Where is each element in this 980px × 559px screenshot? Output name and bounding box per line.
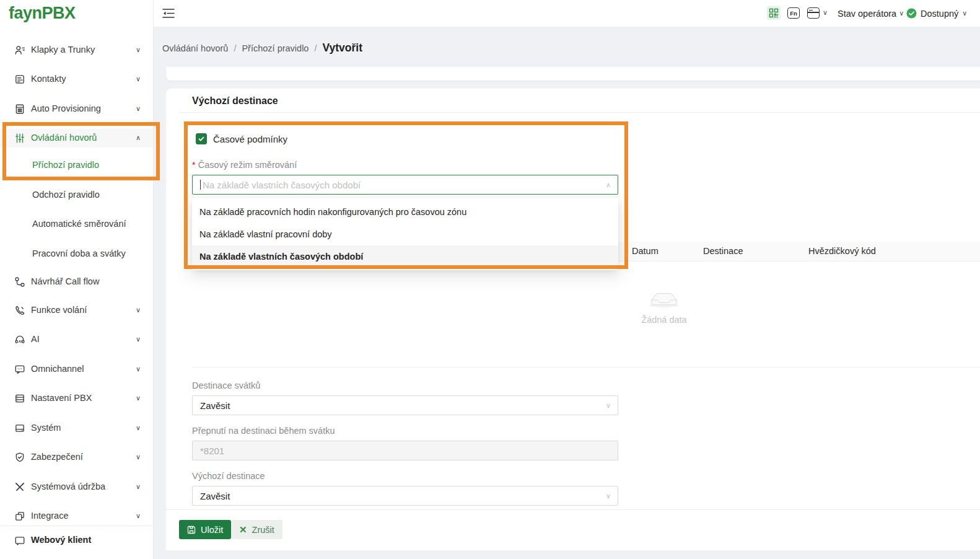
breadcrumb-item[interactable]: Příchozí pravidlo [242, 43, 308, 53]
sidebar-item-navrhar-call-flow[interactable]: Návrhář Call flow [0, 273, 153, 291]
routing-mode-dropdown: Na základě pracovních hodin nakonfigurov… [192, 198, 618, 270]
sidebar-item-systemova-udrzba[interactable]: Systémová údržba [0, 478, 153, 496]
holiday-destination-select[interactable]: Zavěsit [192, 395, 618, 415]
ai-icon: AI [14, 334, 25, 345]
chevron-down-icon [136, 453, 141, 461]
call-control-icon [14, 133, 25, 144]
time-conditions-label[interactable]: Časové podmínky [213, 134, 287, 144]
time-conditions-checkbox[interactable] [196, 133, 207, 144]
security-shield-icon [14, 452, 25, 463]
sidebar-divider [0, 526, 153, 526]
routing-mode-select[interactable]: Na základě vlastních časových období [192, 175, 618, 195]
save-button-label: Uložit [201, 525, 223, 535]
integrations-icon [14, 511, 25, 522]
holiday-switch-input[interactable]: *8201 [192, 441, 618, 460]
chevron-down-icon [136, 306, 141, 314]
sidebar-item-system[interactable]: Systém [0, 419, 153, 438]
column-header-datum: Datum [632, 242, 658, 261]
sidebar-item-auto-provisioning[interactable]: Auto Provisioning [0, 100, 153, 118]
sidebar-item-label: Auto Provisioning [31, 103, 101, 113]
dropdown-option-selected[interactable]: Na základě vlastních časových období [192, 245, 618, 268]
sidebar-item-automaticke-smerovani[interactable]: Automatické směrování [0, 215, 153, 234]
required-mark: * [192, 160, 196, 170]
sidebar-item-label: Ovládání hovorů [31, 133, 97, 143]
column-header-hvezdickovy-kod: Hvězdičkový kód [808, 242, 876, 261]
extensions-icon [14, 45, 25, 56]
sidebar-item-prichozi-pravidlo[interactable]: Příchozí pravidlo [0, 156, 153, 175]
chevron-up-icon [606, 181, 611, 189]
sidebar-item-webovy-klient[interactable]: Webový klient [0, 531, 153, 550]
chevron-down-icon [136, 424, 141, 432]
time-conditions-row: Časové podmínky [196, 133, 287, 144]
save-icon [187, 526, 196, 534]
breadcrumb-item[interactable]: Ovládání hovorů [162, 43, 228, 53]
default-destination-select[interactable]: Zavěsit [192, 486, 618, 506]
page-title: Vytvořit [322, 42, 362, 55]
phone-icon [14, 305, 25, 316]
chevron-down-icon [136, 46, 141, 54]
sidebar-item-kontakty[interactable]: Kontakty [0, 70, 153, 89]
form-footer-bar: Uložit ✕ Zrušit [166, 509, 980, 550]
sidebar-item-label: Nastavení PBX [31, 393, 92, 403]
form-card [166, 89, 980, 550]
sidebar-item-label: Zabezpečení [31, 452, 83, 462]
sidebar-item-omnichannel[interactable]: Omnichannel [0, 360, 153, 379]
sidebar-item-klapky-a-trunky[interactable]: Klapky a Trunky [0, 41, 153, 59]
dropdown-option[interactable]: Na základě pracovních hodin nakonfigurov… [192, 201, 618, 223]
sidebar-item-pracovni-doba-a-svatky[interactable]: Pracovní doba a svátky [0, 245, 153, 263]
chevron-up-icon [136, 134, 141, 142]
chevron-down-icon [962, 9, 967, 17]
sidebar-item-label: Systém [31, 423, 61, 433]
sidebar-item-label: Příchozí pravidlo [32, 160, 99, 170]
sidebar-item-label: Integrace [31, 511, 68, 521]
sidebar-item-zabezpeceni[interactable]: Zabezpečení [0, 448, 153, 467]
operator-status-menu[interactable]: Stav operátora [838, 0, 904, 27]
save-button[interactable]: Uložit [179, 520, 231, 539]
sidebar: faynPBX Klapky a Trunky Kontakty Auto Pr… [0, 0, 154, 559]
operator-menu-label: Stav operátora [838, 9, 896, 19]
fn-label: Fn [790, 10, 797, 17]
fn-keys-button[interactable]: Fn [787, 7, 800, 19]
availability-menu[interactable]: Dostupný [906, 0, 967, 27]
chevron-down-icon [136, 483, 141, 491]
close-icon: ✕ [239, 524, 247, 535]
table-bottom-border [192, 367, 980, 368]
sidebar-item-label: Automatické směrování [32, 219, 126, 229]
sidebar-collapse-icon[interactable] [162, 8, 175, 19]
sidebar-item-ai[interactable]: AI AI [0, 330, 153, 349]
holiday-destination-label: Destinace svátků [192, 381, 260, 390]
app-logo[interactable]: faynPBX [9, 4, 76, 23]
sidebar-item-label: Návrhář Call flow [31, 276, 99, 286]
text-cursor [200, 180, 201, 190]
sidebar-item-label: Omnichannel [31, 364, 84, 374]
chevron-down-icon [136, 394, 141, 402]
chevron-down-icon[interactable] [823, 9, 828, 17]
previous-card-bottom [166, 67, 980, 81]
chevron-down-icon [136, 512, 141, 520]
sidebar-item-odchozi-pravidlo[interactable]: Odchozí pravidlo [0, 186, 153, 205]
availability-label: Dostupný [921, 9, 958, 19]
cancel-button[interactable]: ✕ Zrušit [231, 520, 282, 539]
chevron-down-icon [136, 365, 141, 373]
sidebar-item-label: Kontakty [31, 74, 66, 84]
chevron-down-icon [136, 75, 141, 83]
qr-code-button[interactable] [767, 6, 781, 20]
section-title: Výchozí destinace [192, 95, 278, 107]
sidebar-item-ovladani-hovoru[interactable]: Ovládání hovorů [0, 129, 153, 147]
breadcrumb: Ovládání hovorů / Příchozí pravidlo / Vy… [162, 42, 362, 55]
system-icon [14, 423, 25, 434]
sidebar-item-nastaveni-pbx[interactable]: Nastavení PBX [0, 389, 153, 408]
empty-state: Žádná data [624, 284, 704, 325]
callflow-icon [14, 276, 25, 288]
window-layout-button[interactable] [807, 7, 820, 19]
breadcrumb-separator: / [314, 43, 317, 53]
sidebar-item-integrace[interactable]: Integrace [0, 507, 153, 526]
chevron-down-icon [136, 335, 141, 343]
cancel-button-label: Zrušit [252, 525, 274, 535]
dropdown-option[interactable]: Na základě vlastní pracovní doby [192, 223, 618, 245]
chevron-down-icon [606, 492, 611, 500]
sidebar-item-funkce-volani[interactable]: Funkce volání [0, 301, 153, 320]
chat-icon [14, 364, 25, 375]
check-circle-icon [906, 8, 917, 19]
chevron-down-icon [606, 402, 611, 410]
